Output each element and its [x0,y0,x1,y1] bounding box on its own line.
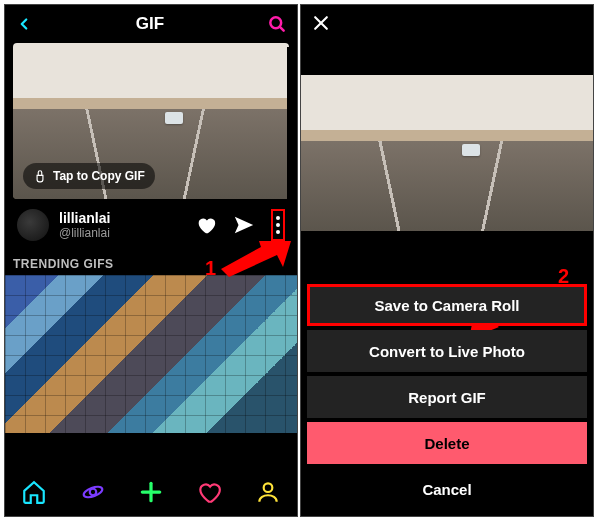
tab-profile-icon[interactable] [255,479,281,509]
gif-subject [165,112,183,124]
svg-line-1 [280,27,284,31]
gif-preview-card: Tap to Copy GIF [13,43,289,199]
action-sheet: Save to Camera Roll Convert to Live Phot… [301,278,593,516]
svg-point-7 [89,488,96,495]
page-title: GIF [136,14,164,34]
annotation-1-number: 1 [205,257,216,280]
tab-create-icon[interactable] [138,479,164,509]
convert-to-live-photo-button[interactable]: Convert to Live Photo [307,330,587,372]
send-icon[interactable] [233,214,255,236]
right-edge-stripe [287,47,297,225]
gif-preview-image[interactable]: Tap to Copy GIF [13,43,289,199]
trending-gifs-grid[interactable] [5,275,297,433]
author-text[interactable]: lillianlai @lillianlai [59,210,185,240]
close-icon[interactable] [311,13,331,37]
tab-home-icon[interactable] [21,479,47,509]
author-handle: @lillianlai [59,226,185,240]
svg-point-6 [82,484,103,499]
tab-explore-icon[interactable] [80,479,106,509]
svg-marker-5 [221,241,291,277]
avatar[interactable] [17,209,49,241]
save-to-camera-roll-button[interactable]: Save to Camera Roll [307,284,587,326]
svg-point-3 [276,223,280,227]
header: GIF [5,5,297,43]
annotation-1-arrow [221,241,291,281]
svg-point-4 [276,230,280,234]
gif-subject [462,144,480,156]
back-icon[interactable] [15,15,33,33]
author-name: lillianlai [59,210,185,226]
cancel-button[interactable]: Cancel [307,468,587,510]
svg-point-2 [276,216,280,220]
tab-bar [5,470,297,516]
svg-point-10 [263,483,272,492]
right-screen: 2 Save to Camera Roll Convert to Live Ph… [300,4,594,517]
report-gif-button[interactable]: Report GIF [307,376,587,418]
more-icon[interactable] [271,209,285,241]
search-icon[interactable] [267,14,287,34]
close-row [301,5,593,45]
tab-favorites-icon[interactable] [196,479,222,509]
delete-button[interactable]: Delete [307,422,587,464]
action-icons [195,209,285,241]
left-screen: GIF Tap to Copy GIF lillianlai @lillianl… [4,4,298,517]
gif-preview-image [301,75,593,231]
tap-to-copy-label: Tap to Copy GIF [53,169,145,183]
heart-icon[interactable] [195,214,217,236]
tap-to-copy-badge[interactable]: Tap to Copy GIF [23,163,155,189]
